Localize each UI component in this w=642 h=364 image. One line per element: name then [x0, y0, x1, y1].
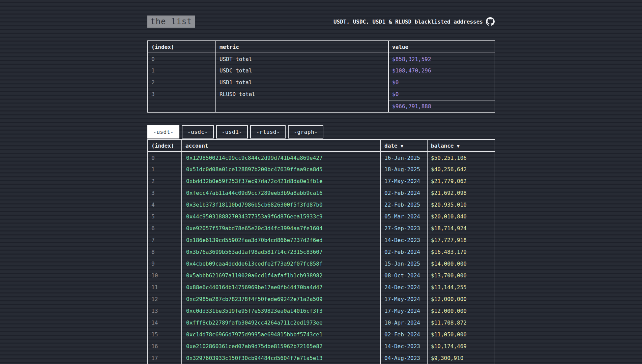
- table-row: 120xc2985a287cb782378f4f50fede69242e71a2…: [148, 293, 495, 305]
- account-cell: 0xc0dd331be3519fe95f7e539823ea0a14016cf3…: [182, 305, 381, 317]
- account-cell: 0xe92057f579abd78e65e20c3d4fc3994aa7fe16…: [182, 222, 381, 234]
- balance-cell: $50,251,106: [427, 152, 495, 163]
- summary-table: (index) metric value 0USDT total$858,321…: [147, 40, 495, 113]
- index-cell: 10: [148, 270, 182, 281]
- summary-index-cell: 2: [148, 77, 216, 88]
- summary-col-index: (index): [148, 41, 216, 53]
- account-cell: 0x51dc0d08a01ce128897b200bc47639ffaa9ca8…: [182, 163, 381, 175]
- summary-value-cell: $108,470,296: [388, 65, 495, 77]
- col-header-index[interactable]: (index): [148, 140, 182, 152]
- table-row: 40x3e1b373f18110bd7986b5cb6826300f5f3fd8…: [148, 199, 495, 211]
- account-cell: 0x44c9503188827034377353a9f6d876eea15933…: [182, 211, 381, 222]
- account-cell: 0xfff8cb22789fafb30492cc4264a711c2ed1973…: [182, 317, 381, 329]
- summary-table-body: 0USDT total$858,321,5921USDC total$108,4…: [148, 53, 495, 100]
- balance-cell: $9,300,910: [427, 352, 495, 364]
- table-row: 70x186e6139cd55902faa3d70b4cd866e7237d2f…: [148, 234, 495, 246]
- tab-rlusd[interactable]: -rlusd-: [250, 125, 286, 139]
- header: the list USDT, USDC, USD1 & RLUSD blackl…: [147, 15, 495, 28]
- sort-desc-icon: ▼: [401, 144, 403, 149]
- summary-row: 2USD1 total$0: [148, 77, 495, 88]
- account-cell: 0x186e6139cd55902faa3d70b4cd866e7237d2f6…: [182, 234, 381, 246]
- balance-cell: $21,692,098: [427, 187, 495, 199]
- balance-cell: $20,010,840: [427, 211, 495, 222]
- account-cell: 0x3b76a3699b563ad1af98ad581714c72315c836…: [182, 246, 381, 258]
- date-cell: 02-Feb-2024: [381, 329, 427, 340]
- table-row: 170x3297603933c150f30cb94484cd5604f7e71a…: [148, 352, 495, 364]
- tab-graph[interactable]: -graph-: [288, 125, 323, 139]
- summary-value-cell: $0: [388, 77, 495, 88]
- tab-usdt[interactable]: -usdt-: [147, 125, 179, 139]
- blacklist-table: (index) account date ▼ balance ▼ 00x1298…: [147, 139, 495, 364]
- summary-metric-cell: USD1 total: [216, 77, 388, 88]
- col-header-date[interactable]: date ▼: [381, 140, 427, 152]
- date-cell: 16-Jan-2025: [381, 152, 427, 163]
- summary-metric-cell: USDC total: [216, 65, 388, 77]
- summary-row: 3RLUSD total$0: [148, 88, 495, 100]
- summary-index-cell: 3: [148, 88, 216, 100]
- summary-index-cell: 1: [148, 65, 216, 77]
- col-header-balance[interactable]: balance ▼: [427, 140, 495, 152]
- date-cell: 22-Feb-2025: [381, 199, 427, 211]
- tab-usd1[interactable]: -usd1-: [216, 125, 248, 139]
- summary-total-row: $966,791,888: [148, 100, 495, 112]
- date-cell: 17-May-2024: [381, 305, 427, 317]
- table-row: 160xe2102860361ced07ab9d75dbe815962b7216…: [148, 340, 495, 352]
- table-row: 60xe92057f579abd78e65e20c3d4fc3994aa7fe1…: [148, 222, 495, 234]
- date-cell: 10-Apr-2024: [381, 317, 427, 329]
- header-right: USDT, USDC, USD1 & RLUSD blacklisted add…: [333, 17, 495, 26]
- table-row: 00x1298500214c99cc9c844c2d99d741b44a869e…: [148, 152, 495, 163]
- summary-value-cell: $0: [388, 88, 495, 100]
- table-row: 100x5abbb621697a110020a6cd1f4afaf1b1cb93…: [148, 270, 495, 281]
- balance-cell: $12,000,000: [427, 305, 495, 317]
- account-cell: 0x1298500214c99cc9c844c2d99d741b44a869e4…: [182, 152, 381, 163]
- index-cell: 11: [148, 281, 182, 293]
- date-cell: 04-Aug-2023: [381, 352, 427, 364]
- summary-metric-cell: USDT total: [216, 53, 388, 65]
- index-cell: 17: [148, 352, 182, 364]
- balance-cell: $12,000,000: [427, 293, 495, 305]
- index-cell: 5: [148, 211, 182, 222]
- page-subtitle: USDT, USDC, USD1 & RLUSD blacklisted add…: [333, 19, 483, 25]
- balance-cell: $40,256,642: [427, 163, 495, 175]
- balance-cell: $14,000,000: [427, 258, 495, 270]
- balance-cell: $21,779,062: [427, 175, 495, 187]
- date-cell: 08-Oct-2024: [381, 270, 427, 281]
- index-cell: 12: [148, 293, 182, 305]
- table-row: 130xc0dd331be3519fe95f7e539823ea0a14016c…: [148, 305, 495, 317]
- date-cell: 17-May-2024: [381, 175, 427, 187]
- index-cell: 16: [148, 340, 182, 352]
- summary-header-row: (index) metric value: [148, 41, 495, 53]
- account-cell: 0x3297603933c150f30cb94484cd5604f7e71a5e…: [182, 352, 381, 364]
- balance-cell: $16,483,179: [427, 246, 495, 258]
- index-cell: 15: [148, 329, 182, 340]
- account-cell: 0x3e1b373f18110bd7986b5cb6826300f5f3fd87…: [182, 199, 381, 211]
- blacklist-header-row: (index) account date ▼ balance ▼: [148, 140, 495, 152]
- github-icon[interactable]: [486, 17, 495, 26]
- balance-cell: $13,700,000: [427, 270, 495, 281]
- balance-cell: $11,708,872: [427, 317, 495, 329]
- summary-total-index-cell: [148, 100, 216, 112]
- balance-cell: $13,144,255: [427, 281, 495, 293]
- index-cell: 8: [148, 246, 182, 258]
- balance-cell: $18,714,924: [427, 222, 495, 234]
- index-cell: 3: [148, 187, 182, 199]
- account-cell: 0xbdd32b0e59f253f37ec97da72c421d8da0e1fb…: [182, 175, 381, 187]
- date-cell: 14-Dec-2023: [381, 340, 427, 352]
- index-cell: 6: [148, 222, 182, 234]
- col-header-account[interactable]: account: [182, 140, 381, 152]
- date-cell: 27-Sep-2023: [381, 222, 427, 234]
- index-cell: 2: [148, 175, 182, 187]
- date-cell: 15-Jan-2025: [381, 258, 427, 270]
- table-row: 140xfff8cb22789fafb30492cc4264a711c2ed19…: [148, 317, 495, 329]
- balance-cell: $17,727,918: [427, 234, 495, 246]
- summary-col-metric: metric: [216, 41, 388, 53]
- table-row: 20xbdd32b0e59f253f37ec97da72c421d8da0e1f…: [148, 175, 495, 187]
- summary-total-metric-cell: [216, 100, 388, 112]
- date-cell: 14-Dec-2023: [381, 234, 427, 246]
- table-row: 150xc14d78c6966d7975d9995ae694815bbbf574…: [148, 329, 495, 340]
- tab-usdc[interactable]: -usdc-: [182, 125, 214, 139]
- blacklist-table-body: 00x1298500214c99cc9c844c2d99d741b44a869e…: [148, 152, 495, 364]
- date-cell: 02-Feb-2024: [381, 187, 427, 199]
- summary-row: 1USDC total$108,470,296: [148, 65, 495, 77]
- account-cell: 0x5abbb621697a110020a6cd1f4afaf1b1cb9389…: [182, 270, 381, 281]
